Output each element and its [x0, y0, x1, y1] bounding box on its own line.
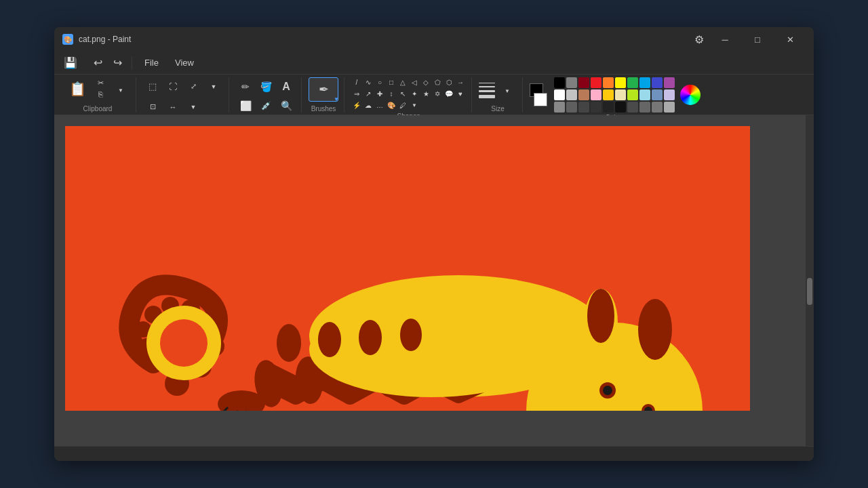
shapes-dropdown[interactable]: ▼ [409, 100, 420, 111]
star6-shape[interactable]: ✡ [432, 89, 443, 100]
color-charcoal[interactable] [627, 102, 638, 113]
color-lightgray[interactable] [566, 89, 577, 100]
select-rect-button[interactable]: ⬚ [143, 77, 162, 96]
color-row-2 [554, 89, 675, 100]
svg-point-14 [603, 386, 612, 395]
vertical-scrollbar[interactable] [806, 115, 814, 446]
color-white[interactable] [554, 89, 565, 100]
size-dropdown-button[interactable]: ▼ [498, 82, 517, 101]
save-button[interactable]: 💾 [60, 54, 81, 72]
plus-shape[interactable]: ✚ [374, 89, 385, 100]
color-lavender[interactable] [664, 89, 675, 100]
background-color[interactable] [534, 93, 547, 106]
title-bar-right: ⚙ ─ □ ✕ [692, 29, 806, 49]
menu-file[interactable]: File [138, 55, 165, 70]
line-shape[interactable]: / [351, 77, 362, 88]
color-darkred[interactable] [578, 77, 589, 88]
star5-shape[interactable]: ★ [420, 89, 431, 100]
triangle-shape[interactable]: △ [397, 77, 408, 88]
color-black[interactable] [554, 77, 565, 88]
color-light-gray-2[interactable] [664, 102, 675, 113]
color-gray[interactable] [566, 77, 577, 88]
scrollbar-thumb[interactable] [807, 278, 812, 305]
svg-point-43 [400, 319, 422, 351]
color-dark-gray-2[interactable] [591, 102, 601, 113]
redo-button[interactable]: ↪ [109, 54, 126, 72]
color-silver-gray[interactable] [652, 102, 663, 113]
crop-button[interactable]: ⛶ [163, 77, 182, 96]
close-button[interactable]: ✕ [774, 29, 806, 49]
undo-button[interactable]: ↩ [90, 54, 106, 72]
menu-view[interactable]: View [168, 55, 201, 70]
oval-shape[interactable]: ○ [374, 77, 385, 88]
magnify-button[interactable]: 🔍 [277, 96, 296, 115]
rotate-dropdown-button[interactable]: ▼ [184, 98, 203, 117]
color-yellow[interactable] [615, 77, 626, 88]
paint-canvas[interactable] [65, 126, 750, 411]
color-picker-button[interactable] [680, 85, 701, 105]
curve-shape[interactable]: ∿ [363, 77, 374, 88]
drawing-canvas[interactable] [65, 126, 750, 411]
color-red[interactable] [591, 77, 601, 88]
diamond-shape[interactable]: ◇ [420, 77, 431, 88]
color-near-black[interactable] [615, 102, 626, 113]
eraser-button[interactable]: ⬜ [236, 96, 255, 115]
arrow4-shape[interactable]: ↕ [386, 89, 397, 100]
rect-shape[interactable]: □ [386, 77, 397, 88]
star4-shape[interactable]: ✦ [409, 89, 420, 100]
maximize-button[interactable]: □ [742, 29, 773, 49]
pentagon-shape[interactable]: ⬠ [432, 77, 443, 88]
flip-button[interactable]: ↔ [163, 98, 182, 117]
fill-button[interactable]: 🪣 [256, 77, 275, 96]
clipboard-section: 📋 ✂ ⎘ ▼ Clipboard [60, 77, 136, 113]
color-brown[interactable] [578, 89, 589, 100]
color-lightblue[interactable] [639, 89, 650, 100]
arrow-shape[interactable]: → [455, 77, 466, 88]
selected-colors [530, 83, 547, 106]
rotate-button[interactable]: ⊡ [143, 98, 162, 117]
size-section: ▼ Size [473, 77, 523, 113]
color-picker-tool[interactable]: 💉 [256, 96, 275, 115]
color-blue[interactable] [639, 77, 650, 88]
arrow3-shape[interactable]: ↗ [363, 89, 374, 100]
cut-button[interactable]: ✂ [92, 79, 108, 88]
color-slateblue[interactable] [652, 89, 663, 100]
heart-shape[interactable]: ♥ [455, 89, 466, 100]
divider [132, 56, 132, 70]
paste-button[interactable]: 📋 [65, 77, 90, 100]
color-darkblue[interactable] [652, 77, 663, 88]
copy-button[interactable]: ⎘ [92, 89, 108, 99]
rtriangle-shape[interactable]: ◁ [409, 77, 420, 88]
color-medium-gray-1[interactable] [554, 102, 565, 113]
color-medium-gray-2[interactable] [566, 102, 577, 113]
cloud-shape[interactable]: ☁ [363, 100, 374, 111]
select-dropdown-button[interactable]: ▼ [204, 77, 223, 96]
paste-dropdown-button[interactable]: ▼ [111, 81, 130, 100]
arrow5-shape[interactable]: ↖ [397, 89, 408, 100]
minimize-button[interactable]: ─ [709, 29, 741, 49]
resize-button[interactable]: ⤢ [184, 77, 203, 96]
color-orange[interactable] [603, 77, 614, 88]
color-gold[interactable] [603, 89, 614, 100]
window-controls: ─ □ ✕ [709, 29, 806, 49]
color-green[interactable] [627, 77, 638, 88]
color-pink[interactable] [591, 89, 601, 100]
brush-button[interactable]: ✒ ▼ [309, 77, 338, 102]
color-dark-gray-1[interactable] [578, 102, 589, 113]
callout-shape[interactable]: 💬 [443, 89, 454, 100]
color-purple[interactable] [664, 77, 675, 88]
outline-shape[interactable]: 🖊 [397, 100, 408, 111]
arrow2-shape[interactable]: ⇒ [351, 89, 362, 100]
lightning-shape[interactable]: ⚡ [351, 100, 362, 111]
fill-shape[interactable]: 🎨 [386, 100, 397, 111]
color-dark-gray-3[interactable] [603, 102, 614, 113]
color-dim-gray[interactable] [639, 102, 650, 113]
shapes-more[interactable]: … [374, 100, 385, 111]
hexagon-shape[interactable]: ⬡ [443, 77, 454, 88]
size-label: Size [491, 105, 504, 113]
color-cream[interactable] [615, 89, 626, 100]
text-button[interactable]: A [277, 77, 296, 96]
settings-button[interactable]: ⚙ [692, 30, 707, 49]
color-lime[interactable] [627, 89, 638, 100]
pencil-button[interactable]: ✏ [236, 77, 255, 96]
